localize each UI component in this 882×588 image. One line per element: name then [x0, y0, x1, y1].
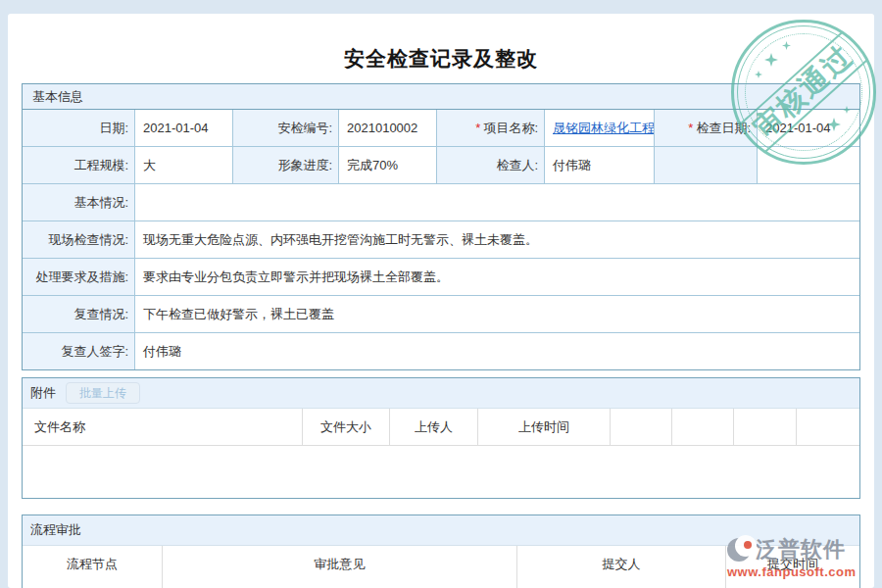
project-scale-label: 工程规模: [23, 147, 134, 183]
column-header-file-name: 文件名称 [23, 409, 302, 446]
review-value: 下午检查已做好警示，裸土已覆盖 [134, 296, 859, 332]
empty-label-cell [654, 147, 757, 183]
inspector-value: 付伟璐 [544, 147, 654, 183]
column-header-upload-time: 上传时间 [477, 409, 610, 446]
column-header-uploader: 上传人 [389, 409, 477, 446]
attachments-header-bar: 附件 批量上传 [23, 378, 859, 408]
date-value: 2021-01-04 [134, 110, 232, 146]
reviewer-signature-value: 付伟璐 [134, 333, 859, 369]
vendor-url: www.fanpusoft.com [727, 564, 857, 579]
batch-upload-button[interactable]: 批量上传 [66, 382, 140, 404]
page-title: 安全检查记录及整改 [0, 45, 882, 73]
column-header-approval-opinion: 审批意见 [162, 546, 516, 588]
attachments-section: 附件 批量上传 文件名称 文件大小 上传人 上传时间 [22, 377, 860, 499]
progress-value: 完成70% [338, 147, 436, 183]
attachments-header-row: 文件名称 文件大小 上传人 上传时间 [23, 408, 859, 446]
project-name-label: *项目名称: [436, 110, 544, 146]
approval-title: 流程审批 [30, 521, 81, 539]
column-header-empty [733, 409, 796, 446]
review-label: 复查情况: [23, 296, 134, 332]
vendor-watermark: 泛普软件 www.fanpusoft.com [727, 535, 857, 579]
required-asterisk: * [475, 121, 480, 135]
site-check-value: 现场无重大危险点源、内环强电开挖管沟施工时无警示、裸土未覆盖。 [134, 221, 859, 258]
project-link[interactable]: 晟铭园林绿化工程 [553, 121, 654, 135]
fanpu-logo-icon [727, 538, 751, 562]
table-row: 复查人签字: 付伟璐 [23, 332, 859, 369]
measures-value: 要求由专业分包负责立即警示并把现场裸土全部覆盖。 [134, 259, 859, 295]
attachments-empty-body [23, 446, 859, 498]
vendor-name: 泛普软件 [756, 535, 846, 564]
required-asterisk: * [688, 121, 693, 135]
table-row: 处理要求及措施: 要求由专业分包负责立即警示并把现场裸土全部覆盖。 [23, 258, 859, 295]
date-label: 日期: [23, 110, 134, 146]
site-check-label: 现场检查情况: [23, 221, 134, 258]
table-row: 日期: 2021-01-04 安检编号: 2021010002 *项目名称: 晟… [23, 110, 859, 146]
reviewer-signature-label: 复查人签字: [23, 333, 134, 369]
inspection-no-value: 2021010002 [338, 110, 436, 146]
table-row: 现场检查情况: 现场无重大危险点源、内环强电开挖管沟施工时无警示、裸土未覆盖。 [23, 220, 859, 258]
basic-situation-label: 基本情况: [23, 184, 134, 220]
attachments-title: 附件 [30, 384, 56, 402]
basic-info-section-header: 基本信息 [23, 84, 859, 110]
column-header-submitter: 提交人 [516, 546, 725, 588]
column-header-empty [671, 409, 733, 446]
empty-value-cell [757, 147, 859, 183]
table-row: 工程规模: 大 形象进度: 完成70% 检查人: 付伟璐 [23, 146, 859, 183]
project-scale-value: 大 [134, 147, 232, 183]
project-name-value: 晟铭园林绿化工程 [544, 110, 654, 146]
table-row: 基本情况: [23, 183, 859, 220]
table-row: 复查情况: 下午检查已做好警示，裸土已覆盖 [23, 295, 859, 332]
check-date-value: 2021-01-04 [757, 110, 859, 146]
measures-label: 处理要求及措施: [23, 259, 134, 295]
inspection-no-label: 安检编号: [232, 110, 338, 146]
progress-label: 形象进度: [232, 147, 338, 183]
column-header-empty [796, 409, 859, 446]
basic-info-table: 基本信息 日期: 2021-01-04 安检编号: 2021010002 *项目… [22, 83, 860, 370]
inspector-label: 检查人: [436, 147, 544, 183]
basic-situation-value [134, 184, 859, 220]
check-date-label: *检查日期: [654, 110, 757, 146]
column-header-process-node: 流程节点 [23, 546, 162, 588]
column-header-empty [610, 409, 671, 446]
column-header-file-size: 文件大小 [302, 409, 389, 446]
